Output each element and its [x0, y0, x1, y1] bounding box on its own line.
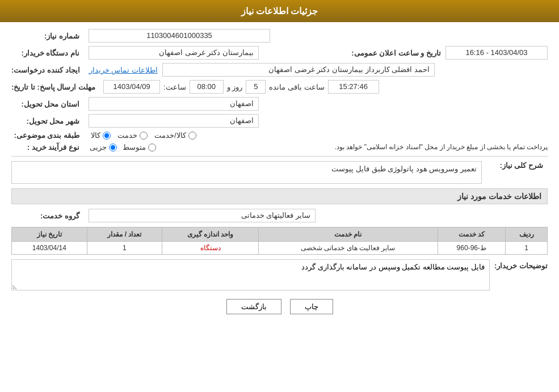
- sharh-value: تعمیر وسرویس هود پاتولوژی طبق فایل پیوست: [11, 161, 482, 184]
- shomara-niaz-label: شماره نیاز:: [11, 32, 79, 40]
- sharh-label: شرح کلی نیاز:: [486, 161, 543, 170]
- shomara-niaz-value: 1103004601000335: [89, 29, 270, 43]
- print-button[interactable]: چاپ: [290, 299, 333, 314]
- table-row: 1 ط-96-960 سایر فعالیت های خدماتی شخصی د…: [12, 242, 548, 255]
- tabaqe-label: طبقه بندی موضوعی:: [11, 131, 79, 140]
- cell-vahed: دستگاه: [162, 242, 259, 255]
- cell-radif: 1: [506, 242, 548, 255]
- saat-mande-label: ساعت باقی مانده: [269, 83, 324, 91]
- motevaset-label: متوسط: [123, 143, 146, 151]
- back-button[interactable]: بازگشت: [226, 299, 281, 314]
- shomara-niaz-row: 1103004601000335 شماره نیاز:: [11, 29, 548, 43]
- tozihat-section: توضیحات خریدار:: [11, 259, 548, 292]
- grooh-khedmat-row: سایر فعالیتهای خدماتی گروه خدمت:: [11, 209, 548, 222]
- tarikh-aalan-label: تاریخ و ساعت اعلان عمومی:: [351, 49, 441, 57]
- tabaqe-kala-khedmat-item: کالا/خدمت: [154, 131, 196, 140]
- cell-code: ط-96-960: [438, 242, 505, 255]
- shahr-value: اصفهان: [89, 114, 259, 128]
- tarikh-value: 1403/04/09: [103, 80, 160, 94]
- nam-dastgah-label: نام دستگاه خریدار:: [11, 49, 79, 57]
- tozihat-container: [11, 259, 490, 292]
- jozi-label: جزیی: [90, 143, 107, 151]
- saat-value: 08:00: [190, 80, 224, 94]
- tabaqe-kala-radio[interactable]: [103, 132, 111, 140]
- tabaqe-khedmat-item: خدمت: [117, 131, 148, 140]
- page-header: جزئیات اطلاعات نیاز: [0, 0, 559, 22]
- services-table: ردیف کد خدمت نام خدمت واحد اندازه گیری ت…: [11, 227, 548, 255]
- tarikh-aalan-group: 1403/04/03 - 16:16 تاریخ و ساعت اعلان عم…: [351, 46, 548, 60]
- col-code: کد خدمت: [438, 227, 505, 242]
- nam-dastgah-group: بیمارستان دکتر غرضی اصفهان نام دستگاه خر…: [11, 46, 259, 60]
- date-dastgah-row: 1403/04/03 - 16:16 تاریخ و ساعت اعلان عم…: [11, 46, 548, 60]
- cell-tedad: 1: [87, 242, 162, 255]
- tabaqe-kala-label: کالا: [91, 131, 100, 140]
- ijad-konande-value: احمد افضلی کاربرداز بیمارستان دکتر غرضی …: [162, 63, 435, 77]
- mohlat-row: 15:27:46 ساعت باقی مانده 5 روز و 08:00 س…: [11, 80, 548, 94]
- roz-label: روز و: [227, 83, 243, 91]
- tabaqe-khedmat-label: خدمت: [117, 131, 137, 140]
- ostan-row: اصفهان استان محل تحویل:: [11, 97, 548, 111]
- roz-value: 5: [246, 80, 266, 94]
- grooh-khedmat-label: گروه خدمت:: [11, 212, 79, 220]
- page-wrapper: جزئیات اطلاعات نیاز 1103004601000335 شما…: [0, 0, 559, 392]
- tozihat-textarea[interactable]: [11, 259, 490, 290]
- cell-tarikh: 1403/04/14: [12, 242, 87, 255]
- tabaqe-khedmat-radio[interactable]: [140, 132, 148, 140]
- jozi-item: جزیی: [90, 143, 117, 151]
- col-tedad: تعداد / مقدار: [87, 227, 162, 242]
- shahr-row: اصفهان شهر محل تحویل:: [11, 114, 548, 128]
- sharh-section: شرح کلی نیاز: تعمیر وسرویس هود پاتولوژی …: [11, 161, 548, 184]
- tarikh-aalan-value: 1403/04/03 - 16:16: [445, 46, 548, 60]
- col-tarikh: تاریخ نیاز: [12, 227, 87, 242]
- payment-notice: پرداخت تمام یا بخشی از مبلغ خریدار از مح…: [161, 143, 548, 151]
- nam-dastgah-value: بیمارستان دکتر غرضی اصفهان: [89, 46, 259, 60]
- sharh-container: تعمیر وسرویس هود پاتولوژی طبق فایل پیوست: [11, 161, 482, 184]
- saat-label: ساعت:: [163, 83, 186, 91]
- tabaqe-row: کالا/خدمت خدمت کالا طبقه بندی موضوعی:: [11, 131, 548, 140]
- ostan-value: اصفهان: [89, 97, 259, 111]
- ijad-konande-row: احمد افضلی کاربرداز بیمارستان دکتر غرضی …: [11, 63, 548, 77]
- farayand-row: پرداخت تمام یا بخشی از مبلغ خریدار از مح…: [11, 143, 548, 151]
- ostan-label: استان محل تحویل:: [11, 100, 79, 108]
- khadamat-title: اطلاعات خدمات مورد نیاز: [11, 188, 548, 204]
- shahr-label: شهر محل تحویل:: [11, 117, 79, 125]
- grooh-khedmat-value: سایر فعالیتهای خدماتی: [89, 209, 316, 222]
- mohlat-label: مهلت ارسال پاسخ: تا تاریخ:: [11, 83, 95, 91]
- tabaqe-kala-khedmat-radio[interactable]: [188, 132, 196, 140]
- content-area: 1103004601000335 شماره نیاز: 1403/04/03 …: [0, 22, 559, 328]
- page-title: جزئیات اطلاعات نیاز: [241, 6, 318, 16]
- divider-1: [11, 156, 548, 157]
- saat-mande-value: 15:27:46: [328, 80, 379, 94]
- tozihat-label: توضیحات خریدار:: [494, 259, 548, 270]
- jozi-radio[interactable]: [109, 144, 117, 151]
- cell-name: سایر فعالیت های خدماتی شخصی: [259, 242, 438, 255]
- farayand-label: نوع فرآیند خرید :: [11, 143, 79, 151]
- motevaset-item: متوسط: [123, 143, 156, 151]
- etelaat-tamas-link[interactable]: اطلاعات تماس خریدار: [89, 66, 158, 74]
- col-vahed: واحد اندازه گیری: [162, 227, 259, 242]
- tabaqe-kala-khedmat-label: کالا/خدمت: [154, 131, 186, 140]
- button-row: چاپ بازگشت: [11, 299, 548, 314]
- farayand-radio-group: متوسط جزیی نوع فرآیند خرید :: [11, 143, 156, 151]
- col-radif: ردیف: [506, 227, 548, 242]
- ijad-group: احمد افضلی کاربرداز بیمارستان دکتر غرضی …: [11, 63, 548, 77]
- tabaqe-kala-item: کالا: [91, 131, 111, 140]
- col-name: نام خدمت: [259, 227, 438, 242]
- ijad-konande-label: ایجاد کننده درخواست:: [11, 66, 80, 74]
- motevaset-radio[interactable]: [148, 144, 156, 151]
- table-header-row: ردیف کد خدمت نام خدمت واحد اندازه گیری ت…: [12, 227, 548, 242]
